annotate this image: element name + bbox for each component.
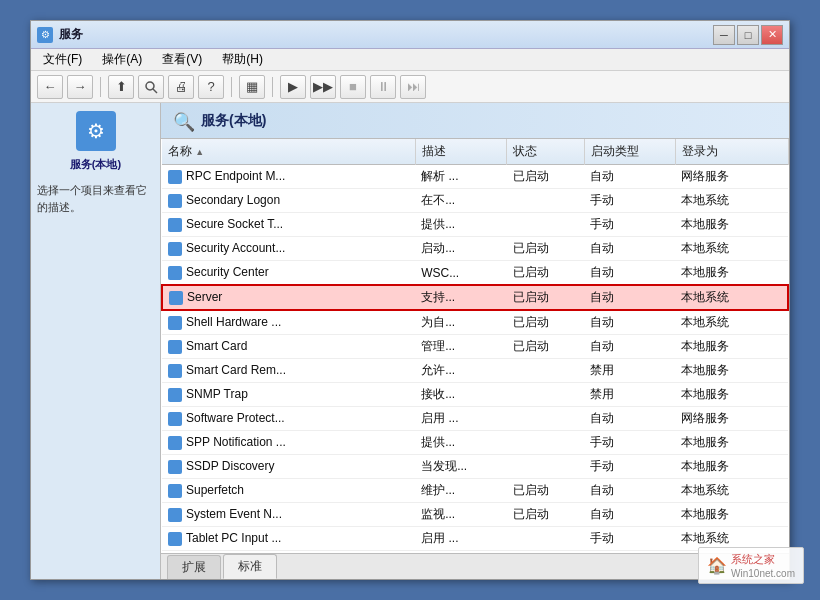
cell-startup-1: 手动 (584, 189, 675, 213)
table-header-row: 名称 ▲ 描述 状态 启动类型 (162, 139, 788, 165)
table-row[interactable]: Security Account... 启动... 已启动 自动 本地系统 (162, 237, 788, 261)
col-header-status[interactable]: 状态 (507, 139, 584, 165)
menu-file[interactable]: 文件(F) (35, 49, 90, 70)
cell-status-10 (507, 407, 584, 431)
tab-expand[interactable]: 扩展 (167, 555, 221, 579)
cell-logon-4: 本地服务 (675, 261, 788, 286)
col-header-desc[interactable]: 描述 (415, 139, 506, 165)
start-service-button[interactable]: ▶ (280, 75, 306, 99)
cell-logon-2: 本地服务 (675, 213, 788, 237)
search-button[interactable] (138, 75, 164, 99)
sidebar-icon: ⚙ (76, 111, 116, 151)
cell-startup-15: 手动 (584, 527, 675, 551)
cell-startup-4: 自动 (584, 261, 675, 286)
view-button[interactable]: ▦ (239, 75, 265, 99)
table-row[interactable]: Secure Socket T... 提供... 手动 本地服务 (162, 213, 788, 237)
search-icon (144, 80, 158, 94)
services-table-container[interactable]: 名称 ▲ 描述 状态 启动类型 (161, 139, 789, 553)
cell-logon-8: 本地服务 (675, 359, 788, 383)
table-row[interactable]: Security Center WSC... 已启动 自动 本地服务 (162, 261, 788, 286)
cell-logon-0: 网络服务 (675, 165, 788, 189)
resume-service-button[interactable]: ⏭ (400, 75, 426, 99)
main-area: ⚙ 服务(本地) 选择一个项目来查看它的描述。 🔍 服务(本地) 名称 ▲ (31, 103, 789, 579)
cell-status-0: 已启动 (507, 165, 584, 189)
sidebar-title: 服务(本地) (70, 157, 121, 172)
cell-status-6: 已启动 (507, 310, 584, 335)
cell-startup-7: 自动 (584, 335, 675, 359)
table-row[interactable]: Shell Hardware ... 为自... 已启动 自动 本地系统 (162, 310, 788, 335)
table-row[interactable]: SNMP Trap 接收... 禁用 本地服务 (162, 383, 788, 407)
cell-name-11: SPP Notification ... (162, 431, 415, 455)
pause-service-button[interactable]: ⏸ (370, 75, 396, 99)
col-header-startup[interactable]: 启动类型 (584, 139, 675, 165)
cell-startup-9: 禁用 (584, 383, 675, 407)
table-row[interactable]: System Event N... 监视... 已启动 自动 本地服务 (162, 503, 788, 527)
bottom-tabs: 扩展 标准 (161, 553, 789, 579)
service-icon-9 (168, 388, 182, 402)
cell-status-4: 已启动 (507, 261, 584, 286)
cell-logon-10: 网络服务 (675, 407, 788, 431)
cell-logon-6: 本地系统 (675, 310, 788, 335)
cell-name-5: Server (162, 285, 415, 310)
cell-startup-14: 自动 (584, 503, 675, 527)
forward-button[interactable]: → (67, 75, 93, 99)
sort-arrow-name: ▲ (195, 147, 204, 157)
cell-logon-7: 本地服务 (675, 335, 788, 359)
service-icon-1 (168, 194, 182, 208)
table-row[interactable]: RPC Endpoint M... 解析 ... 已启动 自动 网络服务 (162, 165, 788, 189)
cell-name-4: Security Center (162, 261, 415, 286)
watermark: 🏠 系统之家Win10net.com (698, 547, 804, 584)
start-service2-button[interactable]: ▶▶ (310, 75, 336, 99)
title-bar: ⚙ 服务 ─ □ ✕ (31, 21, 789, 49)
service-icon-11 (168, 436, 182, 450)
minimize-button[interactable]: ─ (713, 25, 735, 45)
content-header-title: 服务(本地) (201, 112, 266, 130)
cell-status-15 (507, 527, 584, 551)
cell-name-3: Security Account... (162, 237, 415, 261)
table-row[interactable]: Superfetch 维护... 已启动 自动 本地系统 (162, 479, 788, 503)
print-button[interactable]: 🖨 (168, 75, 194, 99)
service-icon-4 (168, 266, 182, 280)
up-button[interactable]: ⬆ (108, 75, 134, 99)
tab-standard[interactable]: 标准 (223, 554, 277, 579)
menu-action[interactable]: 操作(A) (94, 49, 150, 70)
table-row[interactable]: Tablet PC Input ... 启用 ... 手动 本地系统 (162, 527, 788, 551)
cell-name-0: RPC Endpoint M... (162, 165, 415, 189)
cell-startup-10: 自动 (584, 407, 675, 431)
cell-name-6: Shell Hardware ... (162, 310, 415, 335)
cell-name-9: SNMP Trap (162, 383, 415, 407)
service-icon-7 (168, 340, 182, 354)
table-row[interactable]: SSDP Discovery 当发现... 手动 本地服务 (162, 455, 788, 479)
cell-startup-8: 禁用 (584, 359, 675, 383)
close-button[interactable]: ✕ (761, 25, 783, 45)
menu-help[interactable]: 帮助(H) (214, 49, 271, 70)
service-icon-0 (168, 170, 182, 184)
col-header-name[interactable]: 名称 ▲ (162, 139, 415, 165)
cell-startup-13: 自动 (584, 479, 675, 503)
table-row[interactable]: Secondary Logon 在不... 手动 本地系统 (162, 189, 788, 213)
cell-desc-8: 允许... (415, 359, 506, 383)
table-row[interactable]: Smart Card Rem... 允许... 禁用 本地服务 (162, 359, 788, 383)
cell-status-1 (507, 189, 584, 213)
services-table: 名称 ▲ 描述 状态 启动类型 (161, 139, 789, 553)
cell-name-13: Superfetch (162, 479, 415, 503)
service-icon-12 (168, 460, 182, 474)
col-header-logon[interactable]: 登录为 (675, 139, 788, 165)
cell-status-13: 已启动 (507, 479, 584, 503)
table-row[interactable]: Software Protect... 启用 ... 自动 网络服务 (162, 407, 788, 431)
cell-logon-14: 本地服务 (675, 503, 788, 527)
table-row[interactable]: SPP Notification ... 提供... 手动 本地服务 (162, 431, 788, 455)
cell-desc-0: 解析 ... (415, 165, 506, 189)
stop-service-button[interactable]: ■ (340, 75, 366, 99)
cell-desc-1: 在不... (415, 189, 506, 213)
table-row[interactable]: Smart Card 管理... 已启动 自动 本地服务 (162, 335, 788, 359)
back-button[interactable]: ← (37, 75, 63, 99)
table-row[interactable]: Server 支持... 已启动 自动 本地系统 (162, 285, 788, 310)
help-button[interactable]: ? (198, 75, 224, 99)
cell-status-9 (507, 383, 584, 407)
main-window: ⚙ 服务 ─ □ ✕ 文件(F) 操作(A) 查看(V) 帮助(H) ← → ⬆… (30, 20, 790, 580)
cell-logon-5: 本地系统 (675, 285, 788, 310)
menu-view[interactable]: 查看(V) (154, 49, 210, 70)
cell-status-3: 已启动 (507, 237, 584, 261)
restore-button[interactable]: □ (737, 25, 759, 45)
